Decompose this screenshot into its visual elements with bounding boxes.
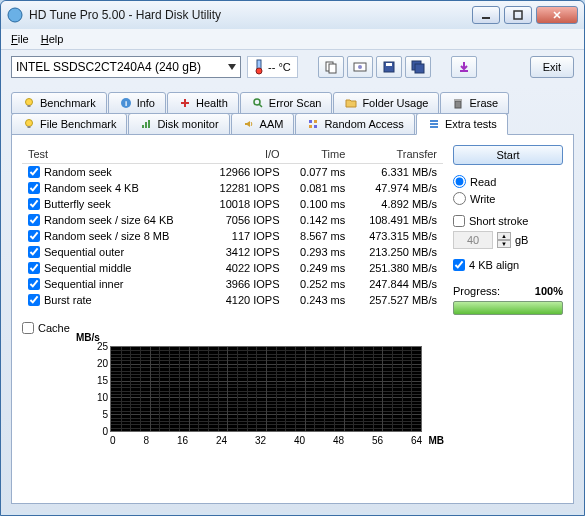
tab-error-scan[interactable]: Error Scan [240, 92, 333, 114]
cell-io: 7056 IOPS [203, 212, 286, 228]
col-transfer[interactable]: Transfer [351, 145, 443, 164]
download-button[interactable] [451, 56, 477, 78]
results-table: TestI/OTimeTransfer Random seek12966 IOP… [22, 145, 443, 308]
tab-label: Health [196, 97, 228, 109]
tab-aam[interactable]: AAM [231, 113, 295, 135]
test-name: Sequential outer [44, 246, 124, 258]
x-tick: 16 [177, 435, 188, 446]
tab-label: Erase [469, 97, 498, 109]
tab-benchmark[interactable]: Benchmark [11, 92, 107, 114]
tab-health[interactable]: Health [167, 92, 239, 114]
menu-help[interactable]: Help [41, 33, 64, 45]
cell-io: 12281 IOPS [203, 180, 286, 196]
svg-rect-1 [482, 17, 490, 19]
read-label: Read [470, 176, 496, 188]
save-button[interactable] [376, 56, 402, 78]
svg-rect-6 [329, 64, 336, 73]
drive-select[interactable]: INTEL SSDSC2CT240A4 (240 gB) [11, 56, 241, 78]
y-tick: 10 [82, 392, 108, 403]
tab-extra-tests[interactable]: Extra tests [416, 113, 508, 135]
test-name: Random seek [44, 166, 112, 178]
cell-io: 4120 IOPS [203, 292, 286, 308]
svg-point-8 [358, 65, 362, 69]
test-checkbox[interactable] [28, 246, 40, 258]
menubar: File Help [1, 29, 584, 50]
titlebar: HD Tune Pro 5.00 - Hard Disk Utility [1, 1, 584, 29]
tab-erase[interactable]: Erase [440, 92, 509, 114]
test-name: Burst rate [44, 294, 92, 306]
app-window: HD Tune Pro 5.00 - Hard Disk Utility Fil… [0, 0, 585, 516]
tab-file-benchmark[interactable]: File Benchmark [11, 113, 127, 135]
col-io[interactable]: I/O [203, 145, 286, 164]
cell-io: 10018 IOPS [203, 196, 286, 212]
tab-random-access[interactable]: Random Access [295, 113, 414, 135]
svg-line-21 [259, 104, 262, 107]
svg-text:i: i [125, 99, 127, 108]
write-radio[interactable] [453, 192, 466, 205]
cell-time: 0.142 ms [286, 212, 352, 228]
cell-time: 8.567 ms [286, 228, 352, 244]
folder-icon [344, 96, 358, 110]
saveall-button[interactable] [405, 56, 431, 78]
exit-button[interactable]: Exit [530, 56, 574, 78]
table-row: Butterfly seek10018 IOPS0.100 ms4.892 MB… [22, 196, 443, 212]
plus-icon [178, 96, 192, 110]
table-row: Random seek / size 64 KB7056 IOPS0.142 m… [22, 212, 443, 228]
test-checkbox[interactable] [28, 198, 40, 210]
align-checkbox[interactable] [453, 259, 465, 271]
start-button[interactable]: Start [453, 145, 563, 165]
svg-rect-28 [148, 120, 150, 128]
cache-checkbox[interactable] [22, 322, 34, 334]
table-row: Random seek12966 IOPS0.077 ms6.331 MB/s [22, 164, 443, 181]
chart-icon [139, 117, 153, 131]
menu-file[interactable]: File [11, 33, 29, 45]
svg-rect-25 [28, 126, 31, 128]
copy-button[interactable] [318, 56, 344, 78]
short-stroke-checkbox[interactable] [453, 215, 465, 227]
svg-point-4 [256, 68, 262, 74]
tab-folder-usage[interactable]: Folder Usage [333, 92, 439, 114]
tab-info[interactable]: iInfo [108, 92, 166, 114]
svg-rect-32 [314, 125, 317, 128]
test-checkbox[interactable] [28, 294, 40, 306]
svg-rect-27 [145, 122, 147, 128]
cell-transfer: 473.315 MB/s [351, 228, 443, 244]
test-checkbox[interactable] [28, 214, 40, 226]
progress-label: Progress: [453, 285, 500, 297]
y-tick: 15 [82, 375, 108, 386]
tab-disk-monitor[interactable]: Disk monitor [128, 113, 229, 135]
col-time[interactable]: Time [286, 145, 352, 164]
x-tick: 48 [333, 435, 344, 446]
cell-transfer: 4.892 MB/s [351, 196, 443, 212]
stroke-unit: gB [515, 234, 528, 246]
svg-rect-22 [455, 101, 461, 108]
cell-time: 0.081 ms [286, 180, 352, 196]
transfer-chart: MB/s 2520151050 0816243240485664 MB [82, 346, 422, 446]
table-row: Sequential inner3966 IOPS0.252 ms247.844… [22, 276, 443, 292]
close-button[interactable] [536, 6, 578, 24]
stroke-spinner[interactable]: ▲▼ [497, 232, 511, 248]
panel-extra-tests: TestI/OTimeTransfer Random seek12966 IOP… [11, 134, 574, 504]
test-checkbox[interactable] [28, 230, 40, 242]
minimize-button[interactable] [472, 6, 500, 24]
svg-rect-13 [460, 70, 468, 72]
test-checkbox[interactable] [28, 278, 40, 290]
stroke-value-input[interactable] [453, 231, 493, 249]
read-radio[interactable] [453, 175, 466, 188]
col-test[interactable]: Test [22, 145, 203, 164]
test-checkbox[interactable] [28, 182, 40, 194]
svg-rect-12 [415, 64, 424, 73]
svg-rect-26 [142, 125, 144, 128]
progress-value: 100% [535, 285, 563, 297]
tab-label: Random Access [324, 118, 403, 130]
screenshot-button[interactable] [347, 56, 373, 78]
table-row: Sequential middle4022 IOPS0.249 ms251.38… [22, 260, 443, 276]
y-tick: 20 [82, 358, 108, 369]
test-checkbox[interactable] [28, 166, 40, 178]
x-tick: 32 [255, 435, 266, 446]
test-checkbox[interactable] [28, 262, 40, 274]
bulb2-icon [22, 117, 36, 131]
cell-transfer: 213.250 MB/s [351, 244, 443, 260]
maximize-button[interactable] [504, 6, 532, 24]
svg-rect-30 [314, 120, 317, 123]
